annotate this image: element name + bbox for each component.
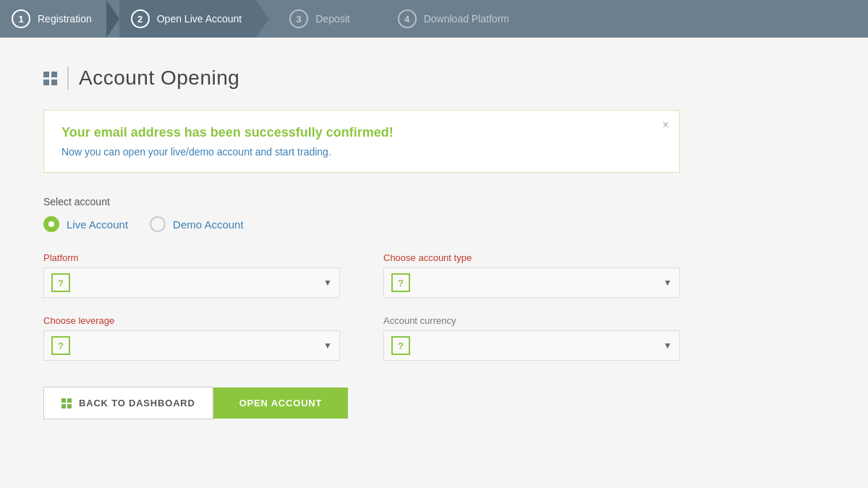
demo-account-label: Demo Account <box>173 218 244 231</box>
account-type-label: Choose account type <box>383 252 680 263</box>
step-label-deposit: Deposit <box>315 13 349 25</box>
live-account-option[interactable]: Live Account <box>43 216 128 232</box>
leverage-field: Choose leverage ? ▼ <box>43 315 340 361</box>
platform-question-icon: ? <box>51 273 70 292</box>
leverage-chevron-icon: ▼ <box>323 341 332 351</box>
dashboard-icon <box>61 398 72 408</box>
stepper: 1 Registration 2 Open Live Account 3 Dep… <box>0 0 868 38</box>
demo-account-radio[interactable] <box>150 216 166 232</box>
platform-dropdown-wrapper[interactable]: ? ▼ <box>43 267 340 298</box>
button-row: BACK TO DASHBOARD OPEN ACCOUNT <box>43 387 680 419</box>
step-open-live[interactable]: 2 Open Live Account <box>119 0 257 38</box>
page-title-row: Account Opening <box>43 67 680 90</box>
step-arrow-1 <box>106 0 119 38</box>
account-type-radio-group: Live Account Demo Account <box>43 216 680 232</box>
dashboard-button-label: BACK TO DASHBOARD <box>79 398 195 408</box>
step-label-registration: Registration <box>38 13 92 25</box>
leverage-dropdown-wrapper[interactable]: ? ▼ <box>43 330 340 361</box>
notification-body: Now you can open your live/demo account … <box>61 146 650 158</box>
platform-select[interactable] <box>76 277 320 288</box>
currency-question-icon: ? <box>391 336 410 355</box>
leverage-question-icon: ? <box>51 336 70 355</box>
step-number-2: 2 <box>131 9 150 28</box>
form-grid: Platform ? ▼ Choose account type ? ▼ C <box>43 252 680 361</box>
platform-field: Platform ? ▼ <box>43 252 340 298</box>
step-arrow-2 <box>256 0 269 38</box>
page-title: Account Opening <box>79 67 239 90</box>
platform-label: Platform <box>43 252 340 263</box>
step-download[interactable]: 4 Download Platform <box>378 0 524 38</box>
notification-title: Your email address has been successfully… <box>61 125 650 140</box>
currency-dropdown-wrapper[interactable]: ? ▼ <box>383 330 680 361</box>
step-arrow-3 <box>365 0 378 38</box>
live-account-label: Live Account <box>67 218 128 231</box>
step-deposit[interactable]: 3 Deposit <box>269 0 364 38</box>
step-label-download: Download Platform <box>424 13 509 25</box>
currency-select[interactable] <box>416 340 660 351</box>
open-account-button[interactable]: OPEN ACCOUNT <box>213 388 349 419</box>
currency-chevron-icon: ▼ <box>663 341 672 351</box>
live-account-radio[interactable] <box>43 216 59 232</box>
account-type-field: Choose account type ? ▼ <box>383 252 680 298</box>
close-icon[interactable]: × <box>663 119 669 131</box>
account-type-select[interactable] <box>416 277 660 288</box>
account-type-dropdown-wrapper[interactable]: ? ▼ <box>383 267 680 298</box>
platform-chevron-icon: ▼ <box>323 278 332 288</box>
account-type-question-icon: ? <box>391 273 410 292</box>
select-account-label: Select account <box>43 196 680 207</box>
leverage-label: Choose leverage <box>43 315 340 326</box>
back-to-dashboard-button[interactable]: BACK TO DASHBOARD <box>43 387 213 419</box>
step-registration[interactable]: 1 Registration <box>0 0 106 38</box>
step-number-3: 3 <box>289 9 308 28</box>
currency-field: Account currency ? ▼ <box>383 315 680 361</box>
title-divider <box>67 67 69 90</box>
step-number-4: 4 <box>398 9 417 28</box>
leverage-select[interactable] <box>76 340 320 351</box>
step-label-open-live: Open Live Account <box>157 13 242 25</box>
demo-account-option[interactable]: Demo Account <box>150 216 244 232</box>
step-number-1: 1 <box>12 9 30 28</box>
step-arrow-4 <box>524 0 537 38</box>
title-icon <box>43 72 57 85</box>
account-type-chevron-icon: ▼ <box>663 278 672 288</box>
notification-box: Your email address has been successfully… <box>43 110 680 173</box>
main-content: Account Opening Your email address has b… <box>0 38 723 448</box>
currency-label: Account currency <box>383 315 680 326</box>
